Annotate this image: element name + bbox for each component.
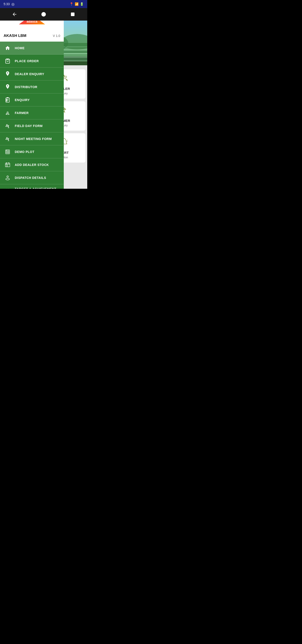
target-achievement-label: TARGET & ACHIEVEMENT (COLLECTION WISE) — [15, 187, 60, 189]
version-label: V 1.0 — [53, 34, 60, 38]
home-button[interactable] — [38, 9, 49, 20]
svg-point-37 — [7, 112, 8, 113]
phone-wrapper: 5:33 ◎ 📍 📶 🔋 — [0, 0, 87, 189]
sidebar-item-enquiry[interactable]: ENQUIRY — [0, 94, 64, 106]
sidebar-item-distributor[interactable]: DISTRIBUTOR — [0, 80, 64, 94]
svg-point-14 — [65, 76, 67, 78]
night-meeting-icon — [4, 135, 11, 142]
location-icon: 📍 — [70, 2, 73, 6]
farmer-label: FARMER — [15, 111, 29, 115]
field-day-form-label: FIELD DAY FORM — [15, 124, 42, 128]
status-left: 5:33 ◎ — [4, 2, 14, 6]
sidebar-item-home[interactable]: HOME — [0, 42, 64, 54]
cart-icon — [4, 58, 11, 64]
dealer-enquiry-label: DEALER ENQUIRY — [15, 72, 44, 76]
back-button[interactable] — [9, 9, 20, 20]
sidebar-item-farmer[interactable]: FARMER — [0, 106, 64, 120]
battery-icon: 🔋 — [80, 2, 84, 6]
dispatch-details-label: DISPATCH DETAILS — [15, 176, 46, 180]
bottom-navigation — [0, 8, 87, 20]
svg-rect-35 — [6, 100, 7, 100]
sidebar-item-dispatch-details[interactable]: $ DISPATCH DETAILS — [0, 171, 64, 184]
distributor-pin-icon — [4, 84, 11, 90]
home-icon — [4, 44, 11, 52]
dispatch-icon: $ — [4, 174, 11, 181]
demo-plot-icon — [4, 148, 11, 156]
user-name-label: AKASH LBM — [4, 34, 26, 38]
svg-rect-64 — [71, 12, 74, 16]
svg-point-39 — [6, 137, 8, 138]
svg-point-63 — [42, 12, 46, 16]
home-label: HOME — [15, 46, 24, 50]
clipboard-icon — [4, 96, 11, 104]
drawer-menu: HOME PLACE ORDER — [0, 42, 64, 189]
place-order-label: PLACE ORDER — [15, 59, 39, 63]
sidebar-item-dealer-enquiry[interactable]: DEALER ENQUIRY — [0, 68, 64, 80]
recents-button[interactable] — [67, 9, 78, 20]
night-meeting-form-label: NIGHT MEETING FORM — [15, 137, 52, 141]
sidebar-item-night-meeting-form[interactable]: NIGHT MEETING FORM — [0, 132, 64, 145]
signal-icon: 📶 — [75, 2, 78, 6]
status-bar: 5:33 ◎ 📍 📶 🔋 — [0, 0, 87, 8]
svg-point-38 — [6, 124, 8, 126]
farmer-menu-icon — [4, 109, 11, 116]
add-dealer-stock-label: ADD DEALER STOCK — [15, 163, 49, 166]
svg-rect-34 — [6, 99, 7, 100]
user-version-row: AKASH LBM V 1.0 — [4, 32, 60, 38]
enquiry-label: ENQUIRY — [15, 98, 30, 102]
dealer-stock-icon — [4, 161, 11, 168]
sidebar-item-target-achievement[interactable]: TARGET & ACHIEVEMENT (COLLECTION WISE) — [0, 184, 64, 189]
navigation-drawer: adasca AKASH LBM V 1.0 HOME — [0, 8, 64, 189]
status-right: 📍 📶 🔋 — [70, 2, 84, 6]
sidebar-item-place-order[interactable]: PLACE ORDER — [0, 54, 64, 68]
map-pin-icon — [4, 70, 11, 78]
field-day-icon — [4, 122, 11, 130]
distributor-label: DISTRIBUTOR — [15, 85, 37, 89]
sidebar-item-field-day-form[interactable]: FIELD DAY FORM — [0, 120, 64, 132]
radio-signal-icon: ◎ — [12, 2, 14, 6]
svg-rect-36 — [6, 101, 7, 101]
sidebar-item-demo-plot[interactable]: DEMO PLOT — [0, 145, 64, 158]
target-icon — [4, 187, 11, 189]
svg-point-29 — [8, 59, 8, 59]
demo-plot-label: DEMO PLOT — [15, 150, 34, 154]
time-display: 5:33 — [4, 2, 10, 6]
sidebar-item-add-dealer-stock[interactable]: ADD DEALER STOCK — [0, 158, 64, 171]
